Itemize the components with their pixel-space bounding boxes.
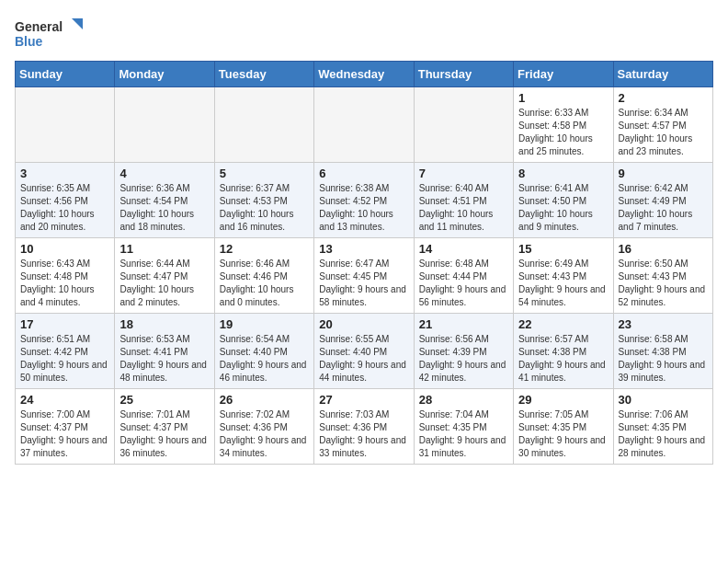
calendar-cell: 11Sunrise: 6:44 AM Sunset: 4:47 PM Dayli… xyxy=(115,238,214,314)
day-info: Sunrise: 7:06 AM Sunset: 4:35 PM Dayligh… xyxy=(619,408,708,460)
day-info: Sunrise: 6:42 AM Sunset: 4:49 PM Dayligh… xyxy=(619,182,708,234)
day-info: Sunrise: 6:40 AM Sunset: 4:51 PM Dayligh… xyxy=(419,182,508,234)
day-info: Sunrise: 6:50 AM Sunset: 4:43 PM Dayligh… xyxy=(619,258,708,309)
day-info: Sunrise: 6:58 AM Sunset: 4:38 PM Dayligh… xyxy=(619,333,708,385)
day-number: 8 xyxy=(518,167,608,180)
svg-marker-2 xyxy=(72,18,83,29)
svg-text:General: General xyxy=(15,19,63,34)
calendar-cell: 3Sunrise: 6:35 AM Sunset: 4:56 PM Daylig… xyxy=(16,163,115,238)
calendar-cell: 4Sunrise: 6:36 AM Sunset: 4:54 PM Daylig… xyxy=(115,163,214,238)
calendar-cell: 2Sunrise: 6:34 AM Sunset: 4:57 PM Daylig… xyxy=(613,87,712,163)
header: General Blue xyxy=(15,15,713,52)
day-number: 25 xyxy=(119,393,209,407)
calendar-cell: 13Sunrise: 6:47 AM Sunset: 4:45 PM Dayli… xyxy=(314,238,414,314)
calendar-cell xyxy=(214,87,313,163)
calendar-cell xyxy=(115,87,214,163)
day-number: 6 xyxy=(319,167,408,180)
day-info: Sunrise: 6:55 AM Sunset: 4:40 PM Dayligh… xyxy=(319,333,408,385)
calendar-cell: 10Sunrise: 6:43 AM Sunset: 4:48 PM Dayli… xyxy=(16,238,115,314)
day-number: 3 xyxy=(20,167,109,180)
day-number: 17 xyxy=(20,317,109,331)
calendar-cell: 8Sunrise: 6:41 AM Sunset: 4:50 PM Daylig… xyxy=(514,163,613,238)
weekday-header-saturday: Saturday xyxy=(613,62,712,87)
calendar-cell: 26Sunrise: 7:02 AM Sunset: 4:36 PM Dayli… xyxy=(214,389,313,465)
calendar-cell xyxy=(16,87,115,163)
day-number: 20 xyxy=(319,317,408,331)
calendar-cell: 17Sunrise: 6:51 AM Sunset: 4:42 PM Dayli… xyxy=(16,314,115,389)
day-info: Sunrise: 7:04 AM Sunset: 4:35 PM Dayligh… xyxy=(419,408,508,460)
day-info: Sunrise: 7:05 AM Sunset: 4:35 PM Dayligh… xyxy=(518,408,608,460)
day-number: 5 xyxy=(220,167,309,180)
calendar-cell: 30Sunrise: 7:06 AM Sunset: 4:35 PM Dayli… xyxy=(613,389,712,465)
day-info: Sunrise: 6:38 AM Sunset: 4:52 PM Dayligh… xyxy=(319,182,408,234)
day-info: Sunrise: 6:37 AM Sunset: 4:53 PM Dayligh… xyxy=(220,182,309,234)
day-number: 11 xyxy=(119,242,209,256)
calendar-cell xyxy=(314,87,414,163)
day-info: Sunrise: 6:54 AM Sunset: 4:40 PM Dayligh… xyxy=(220,333,309,385)
day-info: Sunrise: 7:00 AM Sunset: 4:37 PM Dayligh… xyxy=(20,408,109,460)
calendar-cell: 12Sunrise: 6:46 AM Sunset: 4:46 PM Dayli… xyxy=(214,238,313,314)
day-number: 4 xyxy=(119,167,209,180)
calendar-cell: 20Sunrise: 6:55 AM Sunset: 4:40 PM Dayli… xyxy=(314,314,414,389)
day-info: Sunrise: 6:43 AM Sunset: 4:48 PM Dayligh… xyxy=(20,258,109,309)
day-number: 26 xyxy=(220,393,309,407)
day-info: Sunrise: 6:48 AM Sunset: 4:44 PM Dayligh… xyxy=(419,258,508,309)
calendar-cell: 27Sunrise: 7:03 AM Sunset: 4:36 PM Dayli… xyxy=(314,389,414,465)
calendar-week-5: 24Sunrise: 7:00 AM Sunset: 4:37 PM Dayli… xyxy=(16,389,713,465)
day-info: Sunrise: 6:33 AM Sunset: 4:58 PM Dayligh… xyxy=(518,107,608,158)
day-number: 14 xyxy=(419,242,508,256)
calendar-week-2: 3Sunrise: 6:35 AM Sunset: 4:56 PM Daylig… xyxy=(16,163,713,238)
svg-text:Blue: Blue xyxy=(15,34,43,49)
day-number: 21 xyxy=(419,317,508,331)
calendar-cell: 1Sunrise: 6:33 AM Sunset: 4:58 PM Daylig… xyxy=(514,87,613,163)
calendar-cell: 7Sunrise: 6:40 AM Sunset: 4:51 PM Daylig… xyxy=(414,163,513,238)
day-number: 13 xyxy=(319,242,408,256)
day-number: 10 xyxy=(20,242,109,256)
calendar-cell: 5Sunrise: 6:37 AM Sunset: 4:53 PM Daylig… xyxy=(214,163,313,238)
day-number: 24 xyxy=(20,393,109,407)
day-number: 16 xyxy=(619,242,708,256)
calendar-cell: 19Sunrise: 6:54 AM Sunset: 4:40 PM Dayli… xyxy=(214,314,313,389)
day-number: 29 xyxy=(518,393,608,407)
calendar-cell: 28Sunrise: 7:04 AM Sunset: 4:35 PM Dayli… xyxy=(414,389,513,465)
day-info: Sunrise: 7:02 AM Sunset: 4:36 PM Dayligh… xyxy=(220,408,309,460)
day-number: 7 xyxy=(419,167,508,180)
day-info: Sunrise: 6:47 AM Sunset: 4:45 PM Dayligh… xyxy=(319,258,408,309)
weekday-header-monday: Monday xyxy=(115,62,214,87)
calendar-week-1: 1Sunrise: 6:33 AM Sunset: 4:58 PM Daylig… xyxy=(16,87,713,163)
calendar-cell: 23Sunrise: 6:58 AM Sunset: 4:38 PM Dayli… xyxy=(613,314,712,389)
calendar-cell: 6Sunrise: 6:38 AM Sunset: 4:52 PM Daylig… xyxy=(314,163,414,238)
calendar-cell: 14Sunrise: 6:48 AM Sunset: 4:44 PM Dayli… xyxy=(414,238,513,314)
day-info: Sunrise: 6:56 AM Sunset: 4:39 PM Dayligh… xyxy=(419,333,508,385)
day-info: Sunrise: 6:53 AM Sunset: 4:41 PM Dayligh… xyxy=(119,333,209,385)
weekday-header-wednesday: Wednesday xyxy=(314,62,414,87)
day-number: 2 xyxy=(619,91,708,105)
weekday-header-tuesday: Tuesday xyxy=(214,62,313,87)
day-info: Sunrise: 6:35 AM Sunset: 4:56 PM Dayligh… xyxy=(20,182,109,234)
calendar-cell: 25Sunrise: 7:01 AM Sunset: 4:37 PM Dayli… xyxy=(115,389,214,465)
logo: General Blue xyxy=(15,15,88,52)
calendar-cell: 29Sunrise: 7:05 AM Sunset: 4:35 PM Dayli… xyxy=(514,389,613,465)
day-info: Sunrise: 6:36 AM Sunset: 4:54 PM Dayligh… xyxy=(119,182,209,234)
day-number: 18 xyxy=(119,317,209,331)
day-number: 9 xyxy=(619,167,708,180)
day-number: 19 xyxy=(220,317,309,331)
day-number: 1 xyxy=(518,91,608,105)
day-number: 15 xyxy=(518,242,608,256)
day-number: 22 xyxy=(518,317,608,331)
calendar-cell: 22Sunrise: 6:57 AM Sunset: 4:38 PM Dayli… xyxy=(514,314,613,389)
weekday-header-row: SundayMondayTuesdayWednesdayThursdayFrid… xyxy=(16,62,713,87)
calendar-cell: 21Sunrise: 6:56 AM Sunset: 4:39 PM Dayli… xyxy=(414,314,513,389)
day-number: 12 xyxy=(220,242,309,256)
calendar-cell: 24Sunrise: 7:00 AM Sunset: 4:37 PM Dayli… xyxy=(16,389,115,465)
weekday-header-friday: Friday xyxy=(514,62,613,87)
day-info: Sunrise: 7:03 AM Sunset: 4:36 PM Dayligh… xyxy=(319,408,408,460)
day-info: Sunrise: 6:41 AM Sunset: 4:50 PM Dayligh… xyxy=(518,182,608,234)
calendar-cell: 18Sunrise: 6:53 AM Sunset: 4:41 PM Dayli… xyxy=(115,314,214,389)
calendar-cell: 16Sunrise: 6:50 AM Sunset: 4:43 PM Dayli… xyxy=(613,238,712,314)
day-info: Sunrise: 6:49 AM Sunset: 4:43 PM Dayligh… xyxy=(518,258,608,309)
calendar-table: SundayMondayTuesdayWednesdayThursdayFrid… xyxy=(15,61,713,465)
weekday-header-sunday: Sunday xyxy=(16,62,115,87)
day-number: 27 xyxy=(319,393,408,407)
day-info: Sunrise: 6:34 AM Sunset: 4:57 PM Dayligh… xyxy=(619,107,708,158)
